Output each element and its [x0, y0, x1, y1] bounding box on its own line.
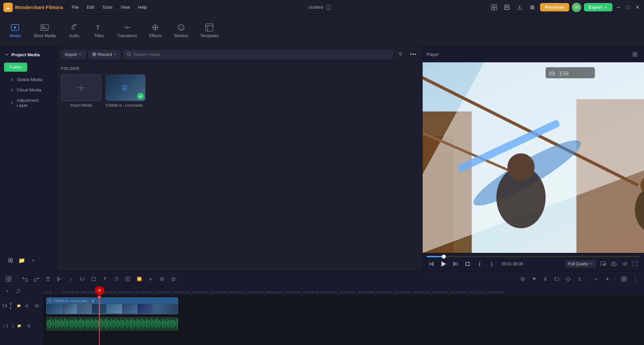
maximize-button[interactable]: □: [625, 4, 631, 11]
magnet-btn[interactable]: [77, 274, 87, 284]
toolbar-stock-media[interactable]: Stock Media: [28, 20, 61, 41]
player-bracket-left[interactable]: {: [475, 259, 484, 269]
player-bracket-right[interactable]: }: [487, 259, 496, 269]
menu-file[interactable]: File: [68, 3, 82, 11]
sidebar-item-global-media[interactable]: Global Media: [1, 74, 55, 85]
svg-point-29: [182, 26, 183, 27]
player-pip-button[interactable]: [598, 259, 608, 269]
audio-track-folder-btn[interactable]: 📁: [16, 323, 22, 329]
filter-icon[interactable]: [395, 49, 406, 59]
player-right-icons: [598, 259, 640, 269]
close-button[interactable]: ✕: [634, 4, 641, 11]
music-btn[interactable]: ♪: [66, 274, 75, 284]
toolbar-audio[interactable]: Audio: [62, 20, 86, 41]
video-clip-item[interactable]: ▶ Y2Mate.is - Lemonade...: [105, 74, 146, 107]
redo-button[interactable]: [32, 274, 41, 284]
split-btn[interactable]: [575, 274, 584, 284]
ripple-btn[interactable]: [146, 274, 155, 284]
collapse-icon[interactable]: ‹: [28, 255, 38, 265]
more-options-btn[interactable]: ⋮: [631, 274, 640, 284]
video-clip-track[interactable]: Y2Mate.is - Lemonade...: [46, 297, 178, 314]
player-prev-button[interactable]: [427, 259, 436, 269]
mask-btn[interactable]: [169, 274, 178, 284]
marker-btn[interactable]: ⚑: [529, 274, 539, 284]
player-thumb[interactable]: [442, 255, 446, 259]
sidebar-item-cloud-media[interactable]: Cloud Media: [1, 85, 55, 95]
player-play-pause-button[interactable]: [439, 259, 448, 269]
scissors-button[interactable]: [55, 274, 64, 284]
purchase-button[interactable]: Purchase: [540, 3, 569, 11]
text-btn[interactable]: T: [100, 274, 110, 284]
search-input[interactable]: [133, 52, 389, 57]
folder-button[interactable]: Folder: [4, 63, 27, 72]
layout-icon[interactable]: [489, 2, 499, 12]
toolbar-stickers[interactable]: Stickers: [168, 20, 194, 41]
svg-rect-131: [98, 320, 99, 328]
color-btn[interactable]: [157, 274, 167, 284]
export-button[interactable]: Export: [584, 3, 612, 11]
grid-view-btn[interactable]: [619, 274, 629, 284]
audio-track-vol-btn[interactable]: [24, 321, 34, 331]
cut-marker-line: [99, 296, 100, 316]
quality-dropdown[interactable]: Full Quality: [565, 260, 596, 268]
add-track-button[interactable]: +: [3, 286, 12, 296]
keyframe-btn[interactable]: [564, 274, 573, 284]
toolbar-transitions[interactable]: Transitions: [112, 20, 142, 41]
menu-view[interactable]: View: [117, 3, 133, 11]
toolbar-effects[interactable]: Effects: [144, 20, 167, 41]
player-panel: Player: [423, 47, 644, 271]
timeline: ♪ T ⏱ ⏩ ⚑: [0, 271, 644, 345]
record-dropdown[interactable]: Record: [88, 50, 120, 59]
zoom-out-btn[interactable]: −: [591, 274, 601, 284]
menu-edit[interactable]: Edit: [84, 3, 98, 11]
transform-btn[interactable]: [123, 274, 132, 284]
ai-btn[interactable]: [518, 274, 527, 284]
zoom-in-btn[interactable]: +: [603, 274, 612, 284]
avatar[interactable]: W: [572, 3, 581, 12]
project-media-header[interactable]: Project Media: [0, 49, 57, 60]
svg-rect-80: [555, 278, 559, 280]
svg-rect-38: [635, 52, 637, 54]
save-icon[interactable]: [502, 2, 512, 12]
cloud-upload-icon[interactable]: [515, 2, 525, 12]
player-volume-button[interactable]: [620, 259, 629, 269]
menu-tools[interactable]: Tools: [99, 3, 116, 11]
timer-btn[interactable]: ⏱: [112, 274, 121, 284]
grid-icon[interactable]: [527, 2, 537, 12]
folder-open-icon[interactable]: 📁: [17, 255, 27, 265]
player-timeline[interactable]: [427, 256, 640, 257]
player-step-forward-button[interactable]: [451, 259, 460, 269]
sidebar-item-adjustment-layer[interactable]: Adjustment Layer: [1, 95, 55, 111]
player-stop-button[interactable]: [463, 259, 472, 269]
import-dropdown[interactable]: Import: [61, 50, 86, 59]
clip-btn[interactable]: [552, 274, 561, 284]
crop-btn[interactable]: [89, 274, 98, 284]
import-media-item[interactable]: Import Media: [61, 74, 101, 107]
track-folder-btn[interactable]: 📁: [16, 302, 21, 309]
svg-rect-148: [121, 319, 121, 329]
timeline-layout-icon[interactable]: [4, 274, 13, 284]
svg-rect-188: [174, 320, 175, 328]
player-snapshot-button[interactable]: [609, 259, 619, 269]
toolbar-templates[interactable]: Templates: [195, 20, 224, 41]
audio-track-label: ♪ 1 1 📁: [0, 316, 43, 336]
app-logo: Wondershare Filmora: [3, 3, 63, 12]
menu-help[interactable]: Help: [135, 3, 150, 11]
microphone-btn[interactable]: [541, 274, 550, 284]
toolbar-media[interactable]: Media: [3, 20, 27, 41]
audio-waveform-clip[interactable]: [46, 317, 178, 331]
delete-button[interactable]: [43, 274, 53, 284]
loop-button[interactable]: [13, 286, 23, 296]
player-expand-icon[interactable]: [630, 49, 640, 59]
speed-btn[interactable]: ⏩: [135, 274, 144, 284]
track-volume-btn[interactable]: [23, 301, 31, 310]
svg-point-18: [532, 8, 533, 9]
new-folder-icon[interactable]: ⊞: [5, 255, 15, 265]
undo-button[interactable]: [20, 274, 30, 284]
track-eye-btn[interactable]: [33, 301, 41, 310]
svg-rect-90: [49, 300, 51, 302]
toolbar-titles[interactable]: T Titles: [87, 20, 111, 41]
minimize-button[interactable]: ─: [615, 4, 622, 11]
more-icon[interactable]: •••: [408, 49, 418, 59]
player-fullscreen-button[interactable]: [631, 259, 640, 269]
